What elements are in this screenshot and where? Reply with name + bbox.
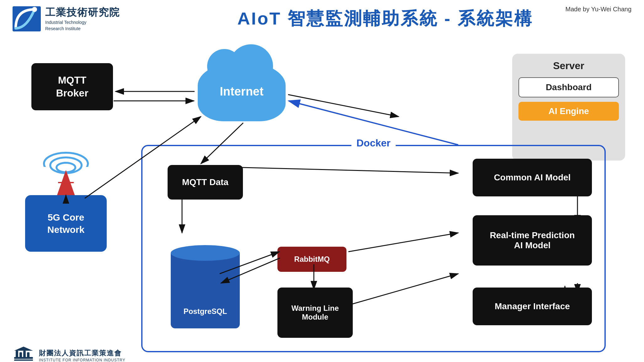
postgresql-box: PostgreSQL xyxy=(161,234,249,328)
made-by: Made by Yu-Wei Chang xyxy=(566,6,632,13)
svg-marker-6 xyxy=(56,170,75,197)
svg-rect-36 xyxy=(27,352,30,358)
manager-interface-box: Manager Interface xyxy=(473,288,592,325)
cylinder-top xyxy=(171,245,240,261)
diagram: MQTT Broker Internet Server Dashboard AI… xyxy=(0,38,644,362)
itri-logo xyxy=(13,6,41,31)
internet-cloud: Internet xyxy=(195,57,289,126)
cloud-shape: Internet xyxy=(198,62,286,121)
svg-rect-32 xyxy=(14,359,33,361)
main-title: AIoT 智慧監測輔助系統 - 系統架構 xyxy=(120,7,631,31)
iii-logo-icon xyxy=(13,346,35,362)
postgresql-label: PostgreSQL xyxy=(184,307,227,316)
svg-rect-35 xyxy=(23,351,26,358)
bottom-logo-text: 財團法人資訊工業策進會 INSTITUTE FOR INFORMATION IN… xyxy=(39,348,126,362)
logo-english: Industrial Technology Research Institute xyxy=(45,19,120,32)
rabbitmq-box: RabbitMQ xyxy=(277,247,346,272)
svg-marker-37 xyxy=(14,347,33,351)
server-title: Server xyxy=(518,60,619,72)
fiveg-box: 5G Core Network xyxy=(25,195,107,252)
server-box: Server Dashboard AI Engine xyxy=(512,54,625,161)
ai-engine-box: AI Engine xyxy=(518,102,619,121)
realtime-ai-box: Real-time Prediction AI Model xyxy=(473,215,592,266)
antenna-icon xyxy=(31,148,100,198)
mqtt-data-box: MQTT Data xyxy=(168,165,243,200)
svg-rect-33 xyxy=(16,351,18,358)
bottom-english: INSTITUTE FOR INFORMATION INDUSTRY xyxy=(39,358,126,362)
warning-line-box: Warning Line Module xyxy=(277,288,353,338)
header: 工業技術研究院 Industrial Technology Research I… xyxy=(0,0,644,35)
logo-text: 工業技術研究院 Industrial Technology Research I… xyxy=(45,6,120,32)
internet-label: Internet xyxy=(220,85,263,98)
svg-line-16 xyxy=(288,95,399,117)
dashboard-box: Dashboard xyxy=(518,77,619,97)
logo-area: 工業技術研究院 Industrial Technology Research I… xyxy=(13,6,120,32)
docker-container: Docker MQTT Data PostgreSQL RabbitMQ Com… xyxy=(141,145,606,352)
mqtt-broker-box: MQTT Broker xyxy=(31,63,113,110)
cylinder-body: PostgreSQL xyxy=(171,253,240,328)
antenna-area xyxy=(31,148,100,198)
svg-rect-34 xyxy=(19,352,22,358)
common-ai-box: Common AI Model xyxy=(473,159,592,196)
bottom-chinese: 財團法人資訊工業策進會 xyxy=(39,348,126,358)
docker-label: Docker xyxy=(352,137,396,149)
svg-point-1 xyxy=(32,7,37,12)
bottom-logo: 財團法人資訊工業策進會 INSTITUTE FOR INFORMATION IN… xyxy=(13,346,126,362)
logo-chinese: 工業技術研究院 xyxy=(45,6,120,19)
